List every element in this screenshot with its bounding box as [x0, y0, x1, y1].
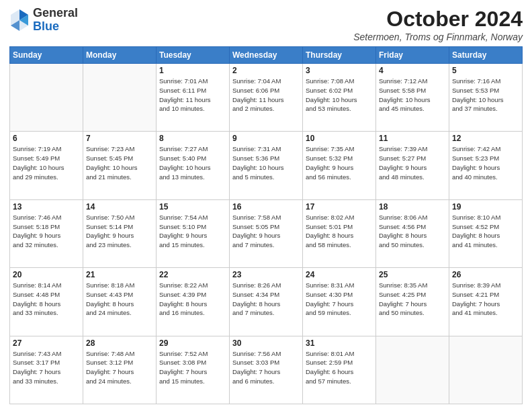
calendar-cell: 14Sunrise: 7:50 AM Sunset: 5:14 PM Dayli… — [83, 199, 157, 267]
day-number: 20 — [13, 270, 80, 279]
logo: General Blue — [9, 7, 78, 34]
calendar-cell: 29Sunrise: 7:52 AM Sunset: 3:08 PM Dayli… — [157, 336, 230, 404]
calendar-cell: 21Sunrise: 8:18 AM Sunset: 4:43 PM Dayli… — [83, 268, 157, 336]
day-info: Sunrise: 8:14 AM Sunset: 4:48 PM Dayligh… — [13, 281, 80, 318]
day-info: Sunrise: 7:35 AM Sunset: 5:32 PM Dayligh… — [306, 144, 373, 181]
day-info: Sunrise: 7:50 AM Sunset: 5:14 PM Dayligh… — [86, 213, 153, 250]
calendar-cell — [376, 336, 449, 404]
calendar-cell: 1Sunrise: 7:01 AM Sunset: 6:11 PM Daylig… — [157, 64, 230, 132]
day-info: Sunrise: 7:52 AM Sunset: 3:08 PM Dayligh… — [159, 349, 226, 386]
day-number: 14 — [86, 202, 153, 212]
calendar-cell: 5Sunrise: 7:16 AM Sunset: 5:53 PM Daylig… — [449, 64, 523, 132]
calendar-cell: 27Sunrise: 7:43 AM Sunset: 3:17 PM Dayli… — [10, 336, 83, 404]
calendar-weekday-saturday: Saturday — [449, 47, 523, 64]
page-header: General Blue October 2024 Setermoen, Tro… — [9, 7, 523, 42]
calendar-cell: 17Sunrise: 8:02 AM Sunset: 5:01 PM Dayli… — [303, 199, 376, 267]
day-info: Sunrise: 7:08 AM Sunset: 6:02 PM Dayligh… — [306, 77, 373, 113]
day-info: Sunrise: 8:01 AM Sunset: 2:59 PM Dayligh… — [306, 349, 373, 386]
calendar-cell: 3Sunrise: 7:08 AM Sunset: 6:02 PM Daylig… — [303, 64, 376, 132]
calendar-cell: 30Sunrise: 7:56 AM Sunset: 3:03 PM Dayli… — [230, 336, 303, 404]
calendar-cell — [10, 64, 83, 132]
day-number: 2 — [232, 66, 300, 75]
day-info: Sunrise: 7:04 AM Sunset: 6:06 PM Dayligh… — [232, 77, 300, 113]
calendar-week-row: 13Sunrise: 7:46 AM Sunset: 5:18 PM Dayli… — [10, 199, 523, 267]
day-info: Sunrise: 8:39 AM Sunset: 4:21 PM Dayligh… — [452, 281, 519, 318]
logo-general: General — [33, 7, 78, 20]
logo-icon — [9, 8, 30, 32]
calendar-cell — [83, 64, 157, 132]
day-info: Sunrise: 8:06 AM Sunset: 4:56 PM Dayligh… — [379, 213, 446, 250]
day-number: 6 — [13, 134, 80, 143]
calendar-cell: 10Sunrise: 7:35 AM Sunset: 5:32 PM Dayli… — [303, 132, 376, 199]
day-number: 18 — [379, 202, 446, 212]
calendar-cell: 2Sunrise: 7:04 AM Sunset: 6:06 PM Daylig… — [230, 64, 303, 132]
day-info: Sunrise: 8:10 AM Sunset: 4:52 PM Dayligh… — [452, 213, 519, 250]
day-info: Sunrise: 7:48 AM Sunset: 3:12 PM Dayligh… — [86, 349, 153, 386]
day-number: 25 — [379, 270, 446, 279]
calendar-cell: 23Sunrise: 8:26 AM Sunset: 4:34 PM Dayli… — [230, 268, 303, 336]
day-number: 17 — [306, 202, 373, 212]
calendar-cell: 31Sunrise: 8:01 AM Sunset: 2:59 PM Dayli… — [303, 336, 376, 404]
day-number: 12 — [452, 134, 519, 143]
day-number: 21 — [86, 270, 153, 279]
day-number: 11 — [379, 134, 446, 143]
calendar-table: SundayMondayTuesdayWednesdayThursdayFrid… — [9, 46, 523, 404]
location: Setermoen, Troms og Finnmark, Norway — [353, 32, 523, 42]
day-number: 27 — [13, 338, 80, 348]
day-number: 7 — [86, 134, 153, 143]
day-info: Sunrise: 8:31 AM Sunset: 4:30 PM Dayligh… — [306, 281, 373, 318]
calendar-weekday-tuesday: Tuesday — [157, 47, 230, 64]
day-number: 29 — [159, 338, 226, 348]
title-block: October 2024 Setermoen, Troms og Finnmar… — [353, 7, 523, 42]
calendar-week-row: 1Sunrise: 7:01 AM Sunset: 6:11 PM Daylig… — [10, 64, 523, 132]
calendar-cell: 15Sunrise: 7:54 AM Sunset: 5:10 PM Dayli… — [157, 199, 230, 267]
day-number: 23 — [232, 270, 300, 279]
calendar-week-row: 6Sunrise: 7:19 AM Sunset: 5:49 PM Daylig… — [10, 132, 523, 199]
calendar-weekday-wednesday: Wednesday — [230, 47, 303, 64]
day-number: 26 — [452, 270, 519, 279]
calendar-week-row: 27Sunrise: 7:43 AM Sunset: 3:17 PM Dayli… — [10, 336, 523, 404]
day-info: Sunrise: 7:16 AM Sunset: 5:53 PM Dayligh… — [452, 77, 519, 113]
day-info: Sunrise: 7:46 AM Sunset: 5:18 PM Dayligh… — [13, 213, 80, 250]
day-info: Sunrise: 7:58 AM Sunset: 5:05 PM Dayligh… — [232, 213, 300, 250]
calendar-header-row: SundayMondayTuesdayWednesdayThursdayFrid… — [10, 47, 523, 64]
day-info: Sunrise: 8:26 AM Sunset: 4:34 PM Dayligh… — [232, 281, 300, 318]
day-number: 16 — [232, 202, 300, 212]
calendar-cell — [449, 336, 523, 404]
calendar-cell: 9Sunrise: 7:31 AM Sunset: 5:36 PM Daylig… — [230, 132, 303, 199]
calendar-weekday-friday: Friday — [376, 47, 449, 64]
calendar-weekday-sunday: Sunday — [10, 47, 83, 64]
day-info: Sunrise: 8:22 AM Sunset: 4:39 PM Dayligh… — [159, 281, 226, 318]
day-info: Sunrise: 7:54 AM Sunset: 5:10 PM Dayligh… — [159, 213, 226, 250]
day-info: Sunrise: 7:43 AM Sunset: 3:17 PM Dayligh… — [13, 349, 80, 386]
month-title: October 2024 — [353, 7, 523, 32]
day-info: Sunrise: 7:12 AM Sunset: 5:58 PM Dayligh… — [379, 77, 446, 113]
day-info: Sunrise: 7:56 AM Sunset: 3:03 PM Dayligh… — [232, 349, 300, 386]
calendar-cell: 13Sunrise: 7:46 AM Sunset: 5:18 PM Dayli… — [10, 199, 83, 267]
day-number: 19 — [452, 202, 519, 212]
calendar-cell: 19Sunrise: 8:10 AM Sunset: 4:52 PM Dayli… — [449, 199, 523, 267]
calendar-cell: 28Sunrise: 7:48 AM Sunset: 3:12 PM Dayli… — [83, 336, 157, 404]
day-number: 28 — [86, 338, 153, 348]
day-number: 4 — [379, 66, 446, 75]
day-number: 30 — [232, 338, 300, 348]
calendar-cell: 18Sunrise: 8:06 AM Sunset: 4:56 PM Dayli… — [376, 199, 449, 267]
day-info: Sunrise: 8:02 AM Sunset: 5:01 PM Dayligh… — [306, 213, 373, 250]
calendar-cell: 20Sunrise: 8:14 AM Sunset: 4:48 PM Dayli… — [10, 268, 83, 336]
calendar-cell: 12Sunrise: 7:42 AM Sunset: 5:23 PM Dayli… — [449, 132, 523, 199]
day-info: Sunrise: 7:39 AM Sunset: 5:27 PM Dayligh… — [379, 144, 446, 181]
logo-blue: Blue — [33, 20, 78, 34]
day-number: 5 — [452, 66, 519, 75]
calendar-cell: 8Sunrise: 7:27 AM Sunset: 5:40 PM Daylig… — [157, 132, 230, 199]
calendar-cell: 26Sunrise: 8:39 AM Sunset: 4:21 PM Dayli… — [449, 268, 523, 336]
calendar-cell: 11Sunrise: 7:39 AM Sunset: 5:27 PM Dayli… — [376, 132, 449, 199]
day-number: 8 — [159, 134, 226, 143]
calendar-weekday-thursday: Thursday — [303, 47, 376, 64]
calendar-cell: 24Sunrise: 8:31 AM Sunset: 4:30 PM Dayli… — [303, 268, 376, 336]
day-number: 22 — [159, 270, 226, 279]
day-number: 1 — [159, 66, 226, 75]
logo-text: General Blue — [33, 7, 78, 34]
day-info: Sunrise: 7:31 AM Sunset: 5:36 PM Dayligh… — [232, 144, 300, 181]
day-info: Sunrise: 7:01 AM Sunset: 6:11 PM Dayligh… — [159, 77, 226, 113]
day-number: 9 — [232, 134, 300, 143]
